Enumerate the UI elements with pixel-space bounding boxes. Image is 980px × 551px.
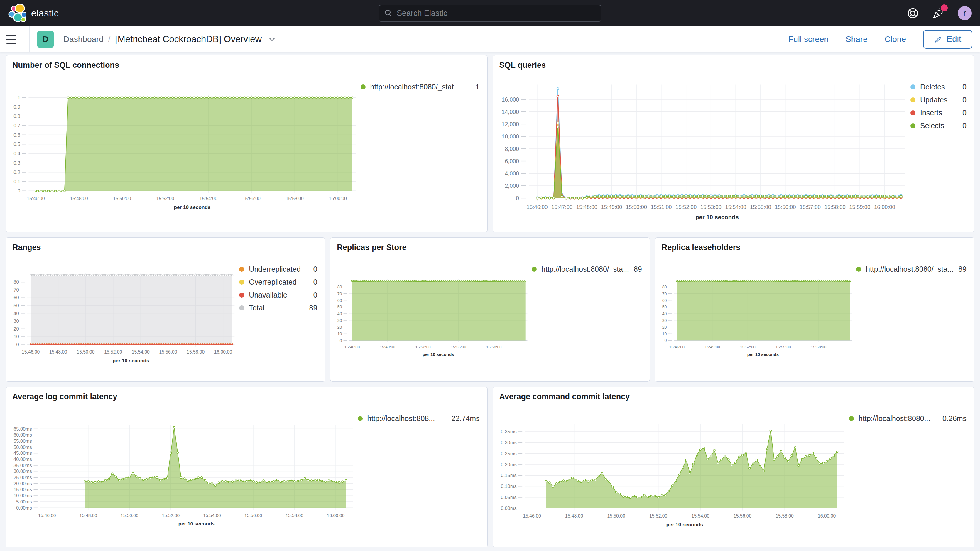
share-button[interactable]: Share [846,35,868,44]
data-point [89,343,91,346]
data-point [308,97,310,98]
data-point [636,496,638,498]
legend-item[interactable]: Underreplicated0 [239,265,317,274]
legend-item[interactable]: Selects0 [910,121,967,130]
data-point [85,343,87,346]
command-commit-latency-chart[interactable]: 0.35ms0.30ms0.25ms0.20ms0.15ms0.10ms0.05… [495,402,848,546]
data-point [146,343,148,346]
x-tick-label: 15:50:00 [113,196,131,201]
legend-item[interactable]: Unavailable0 [239,291,317,299]
data-point [569,197,571,199]
data-point [138,274,139,276]
newsfeed-button[interactable] [932,7,945,20]
data-point [48,274,50,276]
legend-value: 0 [313,291,317,299]
data-point [337,97,339,98]
data-point [702,280,703,282]
x-tick-label: 15:54:00 [725,204,746,210]
data-point [137,343,139,346]
data-point [610,195,612,197]
data-point [52,343,54,346]
data-point [195,274,197,276]
data-point [710,455,712,457]
replica-leaseholders-chart[interactable]: 8070605040302010015:46:0015:49:0015:52:0… [657,253,855,380]
data-point [381,280,382,282]
x-tick-label: 15:48:00 [80,513,97,518]
data-point [114,97,116,98]
legend-item[interactable]: http://localhost:8080/_stat...1 [361,83,480,91]
data-point [875,195,877,197]
replicas-per-store-chart[interactable]: 8070605040302010015:46:0015:49:0015:52:0… [333,253,530,380]
data-point [269,97,270,98]
data-point [192,274,194,276]
y-tick-label: 30 [662,318,667,323]
data-point [436,280,438,282]
data-point [46,274,48,276]
data-point [401,280,402,282]
x-tick-label: 15:52:00 [162,513,180,518]
data-point [103,274,105,276]
elastic-home-link[interactable]: elastic [8,4,59,22]
sql-queries-chart[interactable]: 16,00014,00012,00010,0008,0006,0004,0002… [495,70,910,231]
data-point [697,195,700,197]
data-point [432,280,434,282]
data-point [515,280,516,282]
x-tick-label: 15:57:00 [800,204,821,210]
data-point [242,480,244,482]
log-commit-latency-chart[interactable]: 65.00ms60.00ms55.00ms50.00ms45.00ms40.00… [8,402,356,546]
breadcrumb-dashboard[interactable]: Dashboard [64,35,103,44]
x-tick-label: 15:48:00 [576,204,597,210]
space-badge[interactable]: D [37,31,54,48]
data-point [598,475,600,477]
data-point [46,343,48,346]
data-point [112,274,114,276]
ranges-chart[interactable]: 8070605040302010015:46:0015:48:0015:50:0… [8,253,238,380]
legend-item[interactable]: Updates0 [910,96,967,104]
data-point [321,480,323,482]
x-tick-label: 15:55:00 [451,345,466,349]
user-avatar[interactable]: r [958,6,972,20]
data-point [442,280,444,282]
data-point [344,97,346,98]
data-point [111,473,113,475]
legend-item[interactable]: http://localhost:808...22.74ms [358,414,480,423]
search-input[interactable] [397,9,596,18]
legend-item[interactable]: http://localhost:8080/_sta...89 [532,265,642,274]
data-point [173,426,175,428]
legend-item[interactable]: Total89 [239,304,317,312]
data-point [643,195,646,197]
panel-title: Replicas per Store [330,238,649,253]
y-tick-label: 80 [13,279,19,285]
data-point [191,479,192,481]
data-point [615,491,617,493]
data-point [773,459,775,460]
menu-button[interactable] [6,26,24,52]
clone-button[interactable]: Clone [885,35,906,44]
data-point [787,460,789,462]
data-point [829,280,831,282]
data-point [62,343,64,346]
data-point [700,449,701,451]
legend-item[interactable]: Deletes0 [910,83,967,91]
help-button[interactable] [907,7,919,19]
data-point [85,97,87,98]
x-tick-label: 15:46:00 [344,345,360,349]
legend-item[interactable]: Inserts0 [910,108,967,117]
x-tick-label: 15:50:00 [607,513,625,518]
data-point [60,343,62,346]
legend-item[interactable]: Overreplicated0 [239,278,317,287]
full-screen-button[interactable]: Full screen [788,35,829,44]
legend-item[interactable]: http://localhost:8080/_sta...89 [856,265,967,274]
y-tick-label: 60 [662,298,667,303]
edit-button[interactable]: Edit [923,30,972,49]
legend-item[interactable]: http://localhost:8080...0.26ms [849,414,967,423]
sql-connections-chart[interactable]: 10.90.80.70.60.50.40.30.20.1015:46:0015:… [8,70,360,231]
title-options-button[interactable] [268,37,276,42]
data-point [194,478,196,480]
data-point [311,480,312,481]
data-point [753,280,754,282]
data-point [304,477,306,479]
data-point [149,274,151,276]
data-point [151,343,153,346]
global-search[interactable] [379,5,601,22]
